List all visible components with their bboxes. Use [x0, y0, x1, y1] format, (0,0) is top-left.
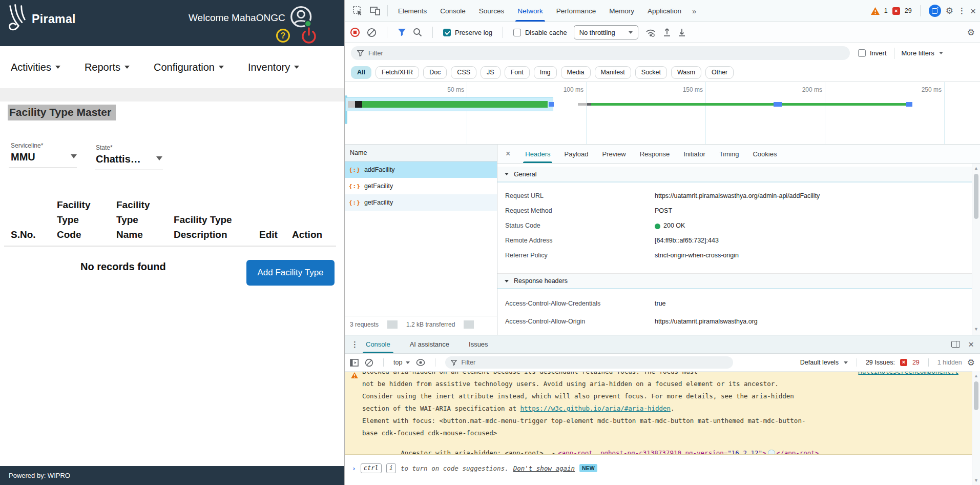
- waterfall-bar[interactable]: [587, 103, 591, 106]
- details-scrollbar[interactable]: ▲ ▼: [972, 164, 980, 335]
- waterfall-bar[interactable]: [578, 103, 587, 106]
- import-har-icon[interactable]: [663, 28, 671, 37]
- devtools-tab[interactable]: Memory: [602, 0, 641, 22]
- waterfall-bar[interactable]: [549, 102, 554, 107]
- details-tab[interactable]: Timing: [719, 145, 739, 163]
- scrollbar-thumb[interactable]: [974, 174, 978, 219]
- type-chip[interactable]: Fetch/XHR: [376, 66, 419, 79]
- warning-icon[interactable]: [871, 7, 880, 15]
- console-sidebar-icon[interactable]: [350, 359, 359, 367]
- ellipsis-expander[interactable]: …: [768, 450, 775, 455]
- dont-show-again-link[interactable]: Don't show again: [513, 464, 575, 472]
- network-conditions-icon[interactable]: [645, 28, 656, 37]
- nav-item[interactable]: Configuration: [154, 62, 224, 73]
- type-chip[interactable]: JS: [481, 66, 501, 79]
- clear-console-icon[interactable]: [365, 358, 373, 367]
- issues-link[interactable]: 29 Issues:: [866, 359, 895, 366]
- serviceline-select[interactable]: MMU: [11, 151, 35, 163]
- request-row[interactable]: {:} addFacility: [345, 161, 497, 178]
- invert-label[interactable]: Invert: [870, 49, 887, 57]
- console-filter-input[interactable]: Filter: [445, 356, 733, 369]
- state-select[interactable]: Chattis…: [96, 153, 141, 165]
- details-tab[interactable]: Cookies: [753, 145, 777, 163]
- disable-cache-label[interactable]: Disable cache: [525, 29, 567, 36]
- invert-checkbox[interactable]: [858, 49, 866, 57]
- drawer-tab[interactable]: Console: [366, 335, 390, 353]
- devtools-tab[interactable]: Console: [433, 0, 472, 22]
- waterfall-bar[interactable]: [355, 101, 362, 108]
- preserve-log-label[interactable]: Preserve log: [455, 29, 492, 36]
- nav-item[interactable]: Activities: [11, 62, 60, 73]
- close-devtools-icon[interactable]: ×: [970, 6, 976, 16]
- ai-assistance-icon[interactable]: [929, 5, 941, 17]
- type-chip[interactable]: Media: [561, 66, 591, 79]
- devtools-tab[interactable]: Network: [511, 0, 550, 22]
- drawer-tab[interactable]: Issues: [469, 335, 488, 353]
- type-chip[interactable]: Socket: [635, 66, 667, 79]
- throttling-select[interactable]: No throttling: [574, 25, 638, 39]
- type-chip[interactable]: Doc: [423, 66, 447, 79]
- warning-count[interactable]: 1: [884, 7, 888, 14]
- more-tabs-icon[interactable]: »: [688, 7, 699, 15]
- live-expression-eye-icon[interactable]: [416, 359, 425, 366]
- more-filters-label[interactable]: More filters: [902, 49, 934, 57]
- scroll-down-icon[interactable]: ▼: [974, 478, 978, 483]
- details-tab[interactable]: Initiator: [683, 145, 705, 163]
- logout-power-icon[interactable]: [300, 26, 318, 46]
- error-count[interactable]: 29: [905, 7, 912, 14]
- waterfall-bar[interactable]: [906, 102, 912, 107]
- devtools-tab[interactable]: Performance: [550, 0, 602, 22]
- source-location-link[interactable]: MultiRoleScreenComponent.t: [858, 372, 958, 375]
- details-tab[interactable]: Payload: [564, 145, 588, 163]
- default-levels-select[interactable]: Default levels: [800, 359, 839, 366]
- filter-funnel-icon[interactable]: [398, 28, 406, 36]
- waterfall-bar[interactable]: [348, 101, 355, 108]
- scrollbar-thumb[interactable]: [974, 381, 978, 410]
- network-filter-input[interactable]: Filter: [351, 46, 850, 60]
- waterfall-bar[interactable]: [782, 103, 906, 106]
- clear-network-log-icon[interactable]: [367, 28, 377, 37]
- issues-error-icon[interactable]: ×: [900, 359, 907, 366]
- preserve-log-checkbox[interactable]: [443, 29, 451, 36]
- kebab-menu-icon[interactable]: ⋮: [958, 6, 966, 15]
- drawer-tab[interactable]: AI assistance: [410, 335, 449, 353]
- close-details-icon[interactable]: ×: [506, 150, 510, 158]
- console-prompt[interactable]: › ctrl i to turn on code suggestions. Do…: [345, 462, 597, 474]
- devtools-tab[interactable]: Sources: [472, 0, 511, 22]
- type-chip[interactable]: Wasm: [671, 66, 701, 79]
- disable-cache-checkbox[interactable]: [513, 29, 521, 36]
- details-tab[interactable]: Response: [640, 145, 670, 163]
- name-column-header[interactable]: Name: [345, 145, 497, 161]
- type-chip[interactable]: Manifest: [595, 66, 631, 79]
- console-settings-gear-icon[interactable]: ⚙: [967, 358, 975, 367]
- type-chip[interactable]: All: [351, 66, 371, 79]
- context-selector[interactable]: top: [393, 359, 410, 366]
- settings-gear-icon[interactable]: ⚙: [946, 7, 953, 15]
- console-scrollbar[interactable]: ▲ ▼: [972, 371, 980, 485]
- issues-count[interactable]: 29: [912, 359, 920, 366]
- close-drawer-icon[interactable]: ×: [968, 339, 974, 349]
- record-network-log-icon[interactable]: [350, 27, 360, 37]
- scroll-down-icon[interactable]: ▼: [974, 327, 978, 332]
- waterfall-bar[interactable]: [362, 101, 548, 108]
- nav-item[interactable]: Reports: [85, 62, 130, 73]
- device-toolbar-icon[interactable]: [370, 6, 380, 15]
- split-panel-icon[interactable]: [951, 341, 960, 348]
- waterfall-bar[interactable]: [774, 102, 782, 107]
- help-icon[interactable]: ?: [276, 29, 290, 43]
- scroll-up-icon[interactable]: ▲: [974, 373, 978, 378]
- inspect-element-icon[interactable]: [352, 6, 363, 16]
- type-chip[interactable]: Font: [505, 66, 530, 79]
- network-settings-gear-icon[interactable]: ⚙: [967, 28, 975, 37]
- scroll-up-icon[interactable]: ▲: [974, 166, 978, 171]
- nav-item[interactable]: Inventory: [248, 62, 299, 73]
- search-icon[interactable]: [413, 28, 422, 37]
- devtools-tab[interactable]: Application: [641, 0, 688, 22]
- request-row[interactable]: {:} getFacility: [345, 178, 497, 194]
- expand-element-icon[interactable]: ▶: [553, 451, 555, 455]
- export-har-icon[interactable]: [678, 28, 686, 37]
- response-headers-section-header[interactable]: Response headers: [497, 273, 972, 289]
- details-tab[interactable]: Preview: [602, 145, 625, 163]
- type-chip[interactable]: CSS: [451, 66, 476, 79]
- add-facility-type-button[interactable]: Add Facility Type: [246, 260, 335, 286]
